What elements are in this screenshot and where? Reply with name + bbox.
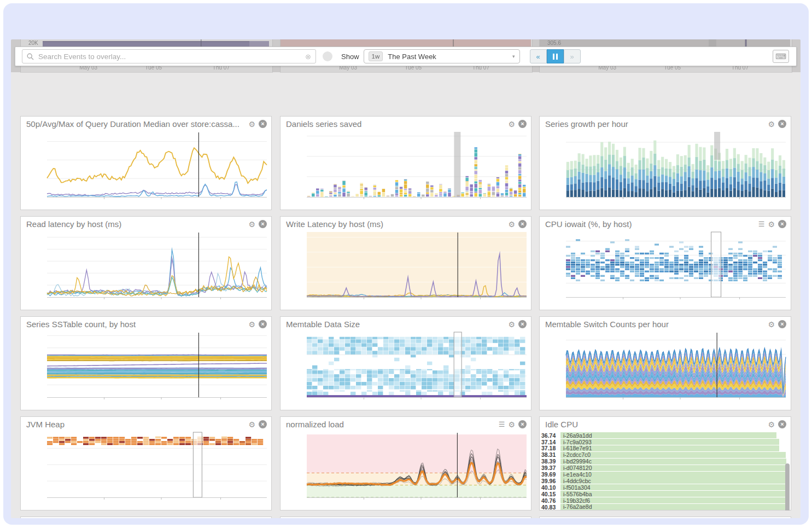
- close-icon[interactable]: ×: [778, 420, 786, 428]
- close-icon[interactable]: ×: [778, 320, 786, 328]
- gear-icon[interactable]: ⚙: [248, 420, 255, 429]
- panel-actions: ☰ ⚙ ×: [768, 320, 786, 329]
- toplist-row[interactable]: 38.39i-bd29994c: [541, 459, 789, 465]
- toplist-row[interactable]: 39.69i-e1ea4c10: [541, 471, 789, 477]
- gear-icon[interactable]: ⚙: [508, 220, 515, 229]
- panel-header[interactable]: JVM Heap ☰ ⚙ ×: [21, 417, 271, 432]
- toplist-row[interactable]: 40.10i-f501a304: [541, 484, 789, 490]
- panel-header[interactable]: Memtable Data Size ☰ ⚙ ×: [281, 317, 531, 332]
- toplist-row[interactable]: 39.96i-4ddc9cbc: [541, 478, 789, 484]
- toplist-row[interactable]: 38.31i-2cdcc7c0: [541, 452, 789, 458]
- chart-canvas[interactable]: [282, 231, 530, 309]
- close-icon[interactable]: ×: [518, 120, 527, 128]
- dashboard-panel: Series SSTable count, by host ☰ ⚙ ×: [20, 316, 272, 410]
- panel-header[interactable]: normalized load ☰ ⚙ ×: [281, 417, 531, 432]
- chart-canvas[interactable]: [22, 131, 270, 208]
- gear-icon[interactable]: ⚙: [768, 320, 775, 329]
- gear-icon[interactable]: ⚙: [508, 320, 515, 329]
- gear-icon[interactable]: ⚙: [248, 320, 255, 329]
- gear-icon[interactable]: ⚙: [508, 120, 515, 129]
- legend-list-icon[interactable]: ☰: [499, 420, 505, 428]
- panel-actions: ☰ ⚙ ×: [758, 220, 786, 229]
- panel-title: Daniels series saved: [286, 119, 508, 129]
- panel-header[interactable]: Daniels series saved ☰ ⚙ ×: [281, 117, 531, 131]
- legend-list-icon[interactable]: ☰: [758, 220, 765, 228]
- panel-title: CPU iowait (%, by host): [545, 219, 758, 229]
- close-icon[interactable]: ×: [259, 420, 267, 428]
- panel-header[interactable]: cassandra memory available, per node ☰ ⚙…: [21, 517, 271, 518]
- dashboard-grid: 50p/Avg/Max of Query Duration Median ove…: [11, 78, 801, 518]
- range-badge: 1w: [369, 51, 383, 61]
- toplist-row[interactable]: 37.14i-7c9a0293: [541, 439, 789, 445]
- panel-title: normalized load: [286, 420, 499, 429]
- chart-canvas[interactable]: [22, 432, 270, 509]
- chart-canvas[interactable]: [282, 432, 530, 509]
- panel-header[interactable]: Idle CPU ☰ ⚙ ×: [540, 417, 791, 432]
- toplist-host-label: i-4ddc9cbc: [560, 478, 591, 484]
- keyboard-shortcuts-button[interactable]: ⌨: [773, 50, 789, 63]
- dashboard-panel: Daniels series saved ☰ ⚙ ×: [280, 116, 531, 210]
- panel-header[interactable]: Memtable Switch Counts per hour ☰ ⚙ ×: [540, 317, 791, 332]
- panel-header[interactable]: Series growth per hour ☰ ⚙ ×: [540, 117, 791, 131]
- toplist-bar: i-e1ea4c10: [560, 472, 789, 478]
- chart-canvas[interactable]: [282, 131, 530, 208]
- pause-button[interactable]: [547, 49, 564, 63]
- close-icon[interactable]: ×: [778, 120, 786, 128]
- chart-canvas[interactable]: [541, 231, 789, 309]
- chart-canvas[interactable]: [22, 332, 270, 409]
- toplist-value: 39.69: [541, 471, 560, 478]
- toplist-value: 39.37: [541, 465, 560, 471]
- panel-header[interactable]: Write Latency by host (ms) ☰ ⚙ ×: [281, 217, 531, 231]
- forward-button[interactable]: »: [564, 49, 581, 63]
- time-range-select[interactable]: 1w The Past Week ▾: [364, 49, 520, 63]
- toplist-row[interactable]: 39.37i-d0748120: [541, 465, 789, 471]
- gear-icon[interactable]: ⚙: [768, 220, 775, 229]
- zoom-window-button[interactable]: [56, 15, 72, 31]
- toplist-row[interactable]: 36.74i-26a9a1dd: [541, 432, 789, 438]
- toplist-host-label: i-bd29994c: [560, 458, 592, 465]
- scrollbar-thumb[interactable]: [785, 463, 790, 510]
- toplist-bar: i-7c9a0293: [560, 439, 779, 445]
- gear-icon[interactable]: ⚙: [508, 420, 515, 429]
- toplist-row[interactable]: 40.15i-5576b4ba: [541, 491, 789, 497]
- panel-header[interactable]: 50p/Avg/Max of Query Duration Median ove…: [21, 117, 271, 131]
- toplist-row[interactable]: 40.83i-76a2ae8d: [541, 504, 789, 510]
- panel-header[interactable]: CPU iowait (%, by host) ☰ ⚙ ×: [540, 217, 791, 231]
- toplist-host-label: i-19b32cf6: [560, 497, 590, 504]
- chart-canvas[interactable]: [541, 131, 789, 208]
- panel-header[interactable]: raid read throughput (bytes/s) ☰ ⚙ ×: [281, 517, 531, 518]
- toplist-bar: i-76a2ae8d: [560, 504, 789, 510]
- range-label: The Past Week: [388, 53, 512, 61]
- chart-canvas[interactable]: [22, 231, 270, 309]
- panel-header[interactable]: Series SSTable count, by host ☰ ⚙ ×: [21, 317, 271, 332]
- panel-header[interactable]: Read latency by host (ms) ☰ ⚙ ×: [21, 217, 271, 231]
- panel-header[interactable]: raid write throughput (bytes/s) ☰ ⚙ ×: [540, 517, 791, 518]
- close-icon[interactable]: ×: [259, 220, 267, 228]
- gear-icon[interactable]: ⚙: [768, 120, 775, 129]
- gear-icon[interactable]: ⚙: [248, 120, 255, 129]
- chart-canvas[interactable]: [282, 332, 530, 409]
- search-input[interactable]: [37, 52, 305, 61]
- minimize-window-button[interactable]: [33, 15, 49, 31]
- close-icon[interactable]: ×: [518, 320, 527, 328]
- close-icon[interactable]: ×: [259, 320, 267, 328]
- clear-search-icon[interactable]: ⊗: [305, 53, 311, 61]
- chart-canvas[interactable]: [541, 332, 789, 409]
- rewind-icon: «: [536, 53, 540, 61]
- dashboard-panel: Memtable Switch Counts per hour ☰ ⚙ ×: [539, 316, 791, 410]
- toplist-row[interactable]: 37.18i-618e7e91: [541, 445, 789, 451]
- gear-icon[interactable]: ⚙: [768, 420, 775, 429]
- rewind-button[interactable]: «: [530, 49, 547, 63]
- close-icon[interactable]: ×: [518, 420, 527, 428]
- toplist-host-label: i-f501a304: [560, 484, 591, 491]
- toplist: 36.74i-26a9a1dd37.14i-7c9a029337.18i-618…: [540, 432, 791, 510]
- dashboard-panel: CPU iowait (%, by host) ☰ ⚙ ×: [539, 216, 791, 310]
- toplist-row[interactable]: 40.76i-19b32cf6: [541, 497, 789, 503]
- panel-title: Idle CPU: [545, 420, 768, 429]
- close-window-button[interactable]: [10, 15, 26, 31]
- event-search-box[interactable]: ⊗: [22, 49, 316, 63]
- close-icon[interactable]: ×: [778, 220, 786, 228]
- close-icon[interactable]: ×: [518, 220, 527, 228]
- close-icon[interactable]: ×: [259, 120, 267, 128]
- gear-icon[interactable]: ⚙: [248, 220, 255, 229]
